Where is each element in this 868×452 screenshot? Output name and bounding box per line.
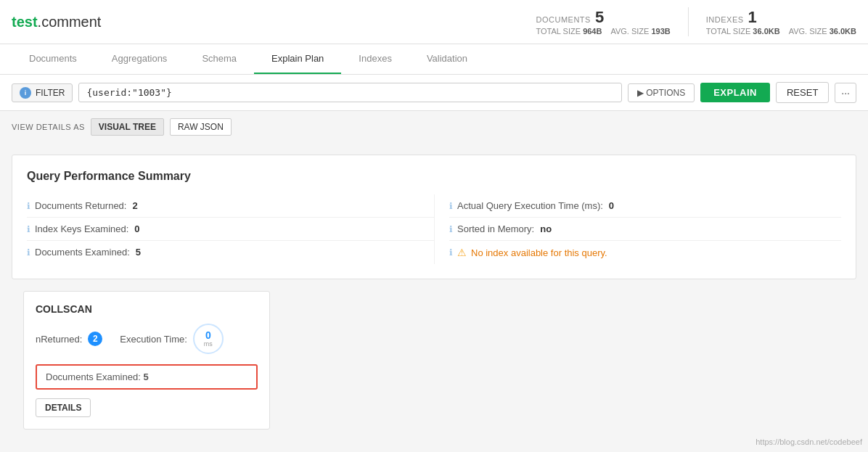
docs-examined-item: ℹ Documents Examined: 5 — [27, 241, 434, 263]
app-logo: test.comment — [12, 14, 101, 30]
info-icon-exec-time: ℹ — [449, 201, 453, 211]
reset-button[interactable]: RESET — [776, 82, 829, 103]
sorted-value: no — [540, 223, 552, 234]
indexes-label: INDEXES — [706, 15, 744, 24]
tab-indexes[interactable]: Indexes — [341, 44, 409, 74]
exec-time-unit: ms — [204, 340, 213, 348]
no-index-text: No index available for this query. — [471, 247, 607, 258]
info-icon-docs-returned: ℹ — [27, 201, 30, 211]
exec-time-stat-label: Execution Time: — [120, 334, 187, 345]
watermark: https://blog.csdn.net/codebeef — [756, 437, 862, 441]
documents-count: 5 — [595, 8, 604, 27]
docs-avg-size-label: AVG. SIZE 193B — [610, 27, 670, 36]
visual-tree-button[interactable]: VISUAL TREE — [91, 118, 164, 136]
indexes-stat: INDEXES 1 TOTAL SIZE 36.0KB AVG. SIZE 36… — [706, 8, 856, 36]
docs-returned-label: Documents Returned: — [35, 200, 126, 211]
tab-validation[interactable]: Validation — [409, 44, 485, 74]
info-icon-sorted: ℹ — [449, 224, 453, 234]
details-button[interactable]: DETAILS — [36, 398, 91, 417]
logo-rest: .comment — [38, 14, 102, 30]
documents-stat: DOCUMENTS 5 TOTAL SIZE 964B AVG. SIZE 19… — [536, 8, 671, 36]
index-keys-label: Index Keys Examined: — [35, 223, 128, 234]
stat-divider — [688, 7, 689, 36]
summary-grid: ℹ Documents Returned: 2 ℹ Index Keys Exa… — [27, 194, 841, 264]
logo-test: test — [12, 14, 38, 30]
docs-examined-value: 5 — [136, 247, 141, 258]
docs-avg-size-value: 193B — [651, 27, 670, 36]
explain-button[interactable]: EXPLAIN — [700, 83, 770, 102]
docs-examined-label: Documents Examined: — [35, 247, 130, 258]
query-performance-summary: Query Performance Summary ℹ Documents Re… — [12, 155, 856, 279]
collscan-area: COLLSCAN nReturned: 2 Execution Time: 0 … — [12, 291, 856, 430]
nreturned-badge: 2 — [88, 332, 102, 346]
summary-right-col: ℹ Actual Query Execution Time (ms): 0 ℹ … — [434, 194, 841, 264]
indexes-count: 1 — [748, 8, 757, 27]
exec-time-item: ℹ Actual Query Execution Time (ms): 0 — [449, 194, 841, 218]
main-content: Query Performance Summary ℹ Documents Re… — [0, 143, 868, 441]
info-icon-index-keys: ℹ — [27, 224, 30, 234]
view-toggle-label: VIEW DETAILS AS — [12, 123, 85, 131]
indexes-total-size-label: TOTAL SIZE 36.0KB — [706, 27, 780, 36]
raw-json-button[interactable]: RAW JSON — [170, 118, 232, 136]
header-stats: DOCUMENTS 5 TOTAL SIZE 964B AVG. SIZE 19… — [536, 7, 856, 36]
tab-explain-plan[interactable]: Explain Plan — [254, 44, 341, 74]
query-toolbar: i FILTER ▶ OPTIONS EXPLAIN RESET ··· — [0, 75, 868, 111]
docs-examined-box-label: Documents Examined: — [46, 371, 141, 382]
sorted-item: ℹ Sorted in Memory: no — [449, 218, 841, 241]
docs-examined-box-value: 5 — [143, 371, 148, 382]
collscan-stats-row: nReturned: 2 Execution Time: 0 ms — [36, 324, 258, 354]
tab-aggregations[interactable]: Aggregations — [94, 44, 185, 74]
docs-examined-box: Documents Examined: 5 — [36, 364, 258, 390]
exec-time-circle: 0 ms — [193, 324, 224, 354]
indexes-avg-size-label: AVG. SIZE 36.0KB — [789, 27, 856, 36]
options-button[interactable]: ▶ OPTIONS — [628, 83, 695, 102]
filter-icon: i — [20, 87, 31, 99]
more-options-button[interactable]: ··· — [835, 83, 856, 103]
exec-time-circle-value: 0 — [205, 330, 211, 340]
nreturned-label: nReturned: — [36, 334, 82, 345]
nreturned-stat: nReturned: 2 — [36, 332, 102, 346]
docs-total-size-label: TOTAL SIZE 964B — [536, 27, 602, 36]
indexes-total-size-value: 36.0KB — [753, 27, 779, 36]
sorted-label: Sorted in Memory: — [457, 223, 534, 234]
index-keys-item: ℹ Index Keys Examined: 0 — [27, 218, 434, 241]
filter-badge[interactable]: i FILTER — [12, 83, 73, 102]
warning-icon: ⚠ — [457, 247, 467, 258]
exec-time-label: Actual Query Execution Time (ms): — [457, 200, 603, 211]
no-index-item: ℹ ⚠ No index available for this query. — [449, 241, 841, 264]
view-toggle-bar: VIEW DETAILS AS VISUAL TREE RAW JSON — [0, 111, 868, 143]
app-header: test.comment DOCUMENTS 5 TOTAL SIZE 964B… — [0, 0, 868, 44]
summary-title: Query Performance Summary — [27, 170, 841, 183]
docs-returned-item: ℹ Documents Returned: 2 — [27, 194, 434, 218]
index-keys-value: 0 — [134, 223, 139, 234]
collscan-title: COLLSCAN — [36, 303, 258, 315]
info-icon-docs-examined: ℹ — [27, 247, 30, 258]
indexes-avg-size-value: 36.0KB — [830, 27, 856, 36]
tab-schema[interactable]: Schema — [184, 44, 254, 74]
filter-query-input[interactable] — [78, 83, 621, 102]
tab-bar: Documents Aggregations Schema Explain Pl… — [0, 44, 868, 75]
exec-time-stat: Execution Time: 0 ms — [120, 324, 224, 354]
info-icon-no-index: ℹ — [449, 247, 453, 258]
tab-documents[interactable]: Documents — [12, 44, 94, 74]
exec-time-value: 0 — [609, 200, 614, 211]
docs-total-size-value: 964B — [583, 27, 602, 36]
docs-returned-value: 2 — [132, 200, 137, 211]
filter-label: FILTER — [36, 88, 65, 98]
documents-label: DOCUMENTS — [536, 15, 591, 24]
summary-left-col: ℹ Documents Returned: 2 ℹ Index Keys Exa… — [27, 194, 434, 264]
collscan-card: COLLSCAN nReturned: 2 Execution Time: 0 … — [23, 291, 270, 430]
